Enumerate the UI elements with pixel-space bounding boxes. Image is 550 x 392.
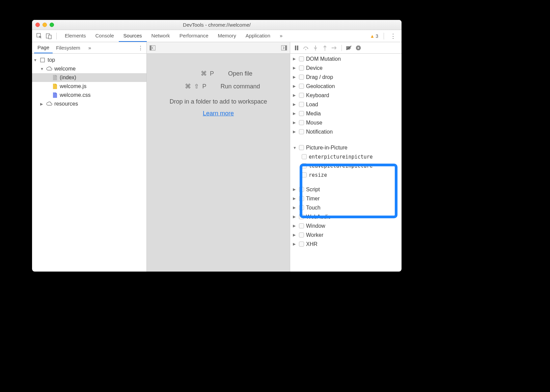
caret-right-icon: ▶	[293, 187, 297, 192]
tabs-overflow[interactable]: »	[275, 30, 287, 42]
checkbox[interactable]	[299, 111, 304, 116]
tree-label: (index)	[60, 75, 76, 81]
shortcut-label: Open file	[228, 70, 252, 77]
category-keyboard[interactable]: ▶Keyboard	[290, 91, 402, 100]
tab-performance[interactable]: Performance	[175, 30, 213, 42]
panels: Page Filesystem » ⋮ ▼ top ▼ welcome	[32, 42, 402, 272]
show-debugger-icon[interactable]	[281, 45, 287, 51]
event-listener-categories: ▶DOM Mutation ▶Device ▶Drag / drop ▶Geol…	[290, 54, 402, 272]
checkbox[interactable]	[299, 102, 304, 107]
tab-console[interactable]: Console	[91, 30, 119, 42]
navigator-tab-page[interactable]: Page	[34, 42, 53, 53]
checkbox[interactable]	[299, 196, 304, 201]
tab-elements[interactable]: Elements	[60, 30, 91, 42]
checkbox[interactable]	[299, 187, 304, 192]
tab-memory[interactable]: Memory	[213, 30, 241, 42]
caret-right-icon: ▶	[40, 102, 44, 106]
checkbox[interactable]	[299, 232, 304, 237]
navigator-panel: Page Filesystem » ⋮ ▼ top ▼ welcome	[32, 42, 147, 272]
category-drag-drop[interactable]: ▶Drag / drop	[290, 73, 402, 82]
show-navigator-icon[interactable]	[149, 45, 156, 51]
pause-on-exceptions-icon[interactable]	[355, 45, 361, 51]
shortcut-open-file: ⌘ P Open file	[184, 70, 252, 77]
category-device[interactable]: ▶Device	[290, 63, 402, 73]
tab-network[interactable]: Network	[147, 30, 175, 42]
device-toolbar-icon[interactable]	[45, 32, 53, 40]
category-timer[interactable]: ▶Timer	[290, 194, 402, 203]
inspect-element-icon[interactable]	[35, 32, 44, 40]
svg-point-12	[325, 49, 326, 50]
checkbox[interactable]	[299, 75, 304, 80]
svg-rect-15	[358, 47, 358, 49]
event-leavepictureinpicture[interactable]: leavepictureinpicture	[290, 161, 402, 170]
svg-rect-3	[40, 58, 45, 62]
category-picture-in-picture[interactable]: ▼Picture-in-Picture	[290, 143, 402, 152]
category-label: Device	[306, 65, 323, 71]
editor-toolbar	[147, 42, 290, 54]
checkbox[interactable]	[299, 93, 304, 98]
event-label: enterpictureinpicture	[309, 154, 373, 160]
debugger-toolbar	[290, 42, 402, 54]
category-worker[interactable]: ▶Worker	[290, 230, 402, 240]
checkbox[interactable]	[299, 129, 304, 134]
category-window[interactable]: ▶Window	[290, 221, 402, 230]
learn-more-link[interactable]: Learn more	[203, 110, 234, 117]
navigator-tabs-overflow[interactable]: »	[85, 43, 94, 53]
step-into-icon[interactable]	[312, 45, 319, 51]
category-label: Load	[306, 102, 318, 108]
event-resize[interactable]: resize	[290, 170, 402, 179]
checkbox[interactable]	[299, 65, 304, 71]
tree-file-index[interactable]: (index)	[32, 73, 146, 82]
tree-file-js[interactable]: welcome.js	[32, 82, 146, 91]
checkbox[interactable]	[299, 84, 304, 89]
checkbox[interactable]	[299, 145, 304, 150]
separator	[56, 33, 57, 39]
caret-right-icon: ▶	[293, 84, 297, 88]
tab-sources[interactable]: Sources	[119, 30, 147, 42]
category-webaudio[interactable]: ▶WebAudio	[290, 212, 402, 221]
navigator-menu-icon[interactable]: ⋮	[135, 45, 146, 51]
checkbox[interactable]	[302, 172, 307, 177]
shortcut-keys: ⌘ P	[184, 70, 215, 77]
category-script[interactable]: ▶Script	[290, 185, 402, 194]
category-mouse[interactable]: ▶Mouse	[290, 118, 402, 127]
checkbox[interactable]	[302, 163, 307, 168]
deactivate-breakpoints-icon[interactable]	[346, 45, 352, 51]
tab-application[interactable]: Application	[241, 30, 275, 42]
category-label: Media	[306, 111, 321, 117]
category-xhr[interactable]: ▶XHR	[290, 240, 402, 249]
warnings-badge[interactable]: ▲ 3	[368, 33, 380, 39]
category-label: XHR	[306, 241, 318, 247]
checkbox[interactable]	[299, 120, 304, 125]
tree-file-css[interactable]: welcome.css	[32, 91, 146, 100]
category-load[interactable]: ▶Load	[290, 100, 402, 109]
navigator-tab-filesystem[interactable]: Filesystem	[53, 43, 84, 53]
settings-menu-icon[interactable]: ⋮	[388, 32, 398, 40]
tree-node-resources[interactable]: ▶ resources	[32, 100, 146, 108]
caret-right-icon: ▶	[293, 75, 297, 79]
caret-right-icon: ▶	[293, 66, 297, 70]
category-notification[interactable]: ▶Notification	[290, 127, 402, 136]
pause-icon[interactable]	[294, 45, 300, 51]
category-geolocation[interactable]: ▶Geolocation	[290, 82, 402, 91]
checkbox[interactable]	[299, 223, 304, 228]
step-out-icon[interactable]	[322, 45, 328, 51]
category-label: Keyboard	[306, 92, 329, 99]
tree-label: welcome	[54, 66, 76, 72]
checkbox[interactable]	[299, 242, 304, 247]
checkbox[interactable]	[299, 56, 304, 61]
category-media[interactable]: ▶Media	[290, 109, 402, 118]
tree-node-domain[interactable]: ▼ welcome	[32, 64, 146, 73]
category-touch[interactable]: ▶Touch	[290, 203, 402, 212]
svg-point-11	[315, 49, 316, 50]
event-enterpictureinpicture[interactable]: enterpictureinpicture	[290, 152, 402, 161]
step-over-icon[interactable]	[303, 45, 309, 51]
tree-node-top[interactable]: ▼ top	[32, 56, 146, 64]
checkbox[interactable]	[299, 214, 304, 219]
checkbox[interactable]	[302, 154, 307, 159]
step-icon[interactable]	[331, 45, 337, 51]
shortcut-label: Run command	[220, 83, 260, 90]
checkbox[interactable]	[299, 205, 304, 210]
category-dom-mutation[interactable]: ▶DOM Mutation	[290, 54, 402, 63]
tree-label: welcome.js	[60, 83, 86, 89]
